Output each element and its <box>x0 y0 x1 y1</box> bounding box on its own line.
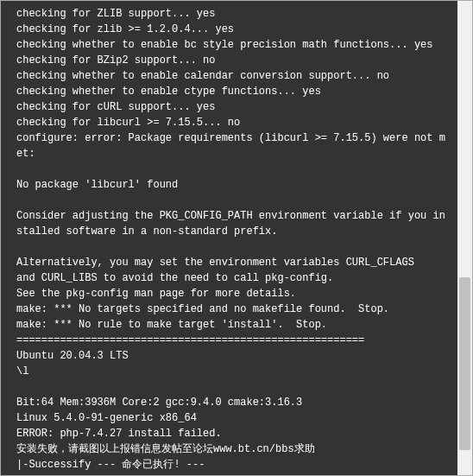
terminal-line: Consider adjusting the PKG_CONFIG_PATH e… <box>16 208 448 239</box>
terminal-line: ========================================… <box>16 333 448 348</box>
terminal-line: checking whether to enable bc style prec… <box>16 37 448 53</box>
terminal-line: ERROR: php-7.4.27 install failed. <box>16 426 448 441</box>
terminal-line <box>16 239 448 255</box>
terminal-line <box>16 193 448 208</box>
scrollbar-thumb[interactable] <box>459 277 470 450</box>
terminal-line <box>16 379 448 395</box>
terminal-line: Bit:64 Mem:3936M Core:2 gcc:9.4.0 cmake:… <box>16 395 448 410</box>
terminal-line: checking whether to enable ctype functio… <box>16 84 448 99</box>
terminal-output: checking for ZLIB support... yeschecking… <box>1 1 458 475</box>
terminal-line: make: *** No targets specified and no ma… <box>16 301 448 317</box>
terminal-line: checking whether to enable calendar conv… <box>16 68 448 84</box>
terminal-line: and CURL_LIBS to avoid the need to call … <box>16 270 448 286</box>
terminal-line: \l <box>16 364 448 379</box>
terminal-line: checking for zlib >= 1.2.0.4... yes <box>16 22 448 37</box>
terminal-line: checking for BZip2 support... no <box>16 53 448 68</box>
terminal-line: make: *** No rule to make target 'instal… <box>16 317 448 333</box>
terminal-line: checking for cURL support... yes <box>16 99 448 115</box>
scrollbar[interactable] <box>457 1 472 475</box>
terminal-container: checking for ZLIB support... yeschecking… <box>0 0 473 476</box>
terminal-line: |-Successify --- 命令已执行! --- <box>16 457 448 473</box>
terminal-line: configure: error: Package requirements (… <box>16 130 448 162</box>
terminal-line: checking for libcurl >= 7.15.5... no <box>16 115 448 130</box>
terminal-line: checking for ZLIB support... yes <box>16 6 448 22</box>
terminal-line: Linux 5.4.0-91-generic x86_64 <box>16 410 448 426</box>
terminal-line <box>16 162 448 177</box>
terminal-line: 安装失败，请截图以上报错信息发帖至论坛www.bt.cn/bbs求助 <box>16 441 448 457</box>
terminal-line: See the pkg-config man page for more det… <box>16 286 448 301</box>
terminal-line: No package 'libcurl' found <box>16 177 448 193</box>
terminal-line: Ubuntu 20.04.3 LTS <box>16 348 448 364</box>
terminal-line: Alternatively, you may set the environme… <box>16 255 448 270</box>
